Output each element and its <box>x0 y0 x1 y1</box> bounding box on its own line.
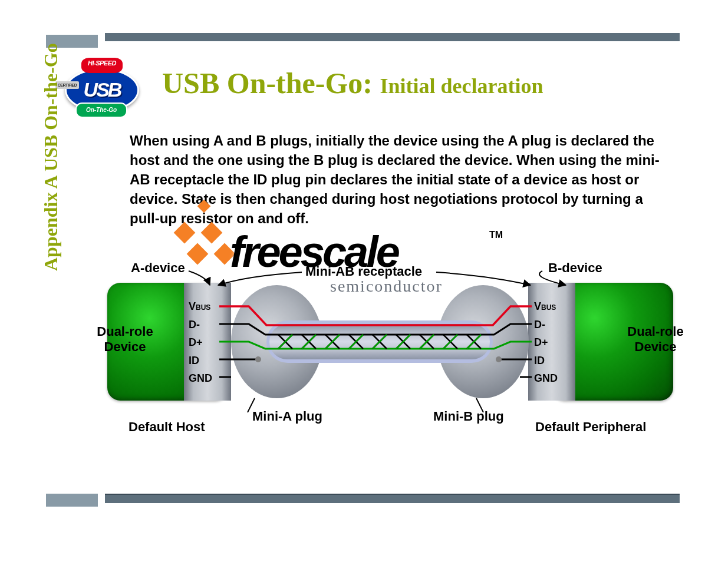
device-left-label: Dual-roleDevice <box>75 324 175 355</box>
decor-bar-bottom-left <box>46 494 98 507</box>
pin-labels-left: VBUS D- D+ ID GND <box>189 297 226 388</box>
title-sub: Initial declaration <box>380 74 543 98</box>
slide-title: USB On-the-Go: Initial declaration <box>162 66 543 100</box>
decor-bar-top-right <box>105 33 680 41</box>
diagram: Dual-roleDevice Dual-roleDevice VBUS D- … <box>107 283 673 442</box>
usb-logo-hispeed: HI-SPEED <box>81 58 123 73</box>
device-right-label: Dual-roleDevice <box>605 324 706 355</box>
body-paragraph: When using A and B plugs, initially the … <box>130 131 672 229</box>
label-a-device: A-device <box>131 260 185 276</box>
label-b-device: B-device <box>548 260 602 276</box>
decor-bar-bottom-right <box>105 494 680 503</box>
title-main: USB On-the-Go: <box>162 67 380 100</box>
usb-logo: USB HI-SPEED CERTIFIED On-The-Go <box>59 59 139 124</box>
side-label: Appendix A USB On-the-Go <box>40 43 62 271</box>
slide: USB HI-SPEED CERTIFIED On-The-Go Appendi… <box>0 0 728 562</box>
cable <box>269 324 490 359</box>
watermark-tm: TM <box>489 230 503 240</box>
usb-logo-otg: On-The-Go <box>75 103 127 118</box>
pin-labels-right: VBUS D- D+ ID GND <box>534 297 572 388</box>
label-receptacle: Mini-AB receptacle <box>305 264 422 279</box>
